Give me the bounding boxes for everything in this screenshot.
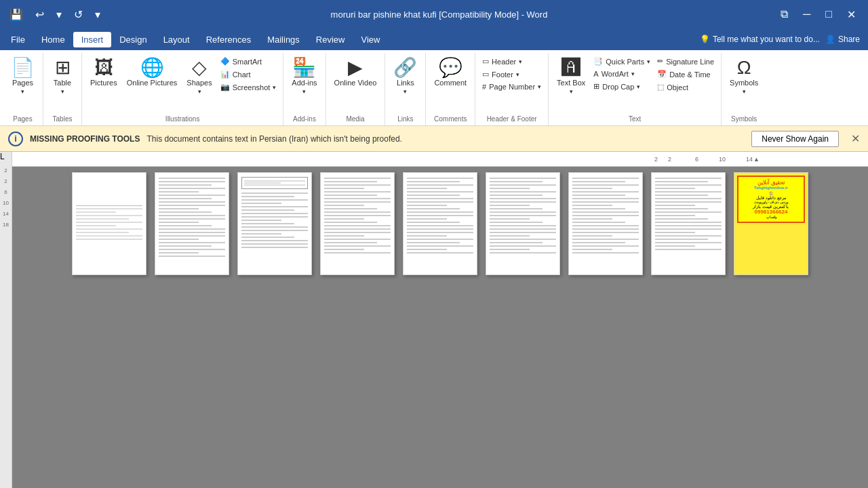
page-7[interactable]	[568, 172, 643, 275]
date-button[interactable]: 📅 Date & Time	[654, 68, 713, 80]
page-number-button[interactable]: # Page Number ▾	[479, 81, 544, 92]
wordart-label: WordArt	[601, 70, 629, 78]
smartart-icon: 🔷	[220, 57, 230, 66]
horizontal-ruler: L 2 2 6 10 14 ▲	[0, 152, 868, 167]
vertical-ruler: 2 2 6 10 14 18	[0, 167, 12, 488]
pages-row: تحقیق آنلاین Tahghighonline.ir 🏠 مرجع دا…	[58, 167, 822, 281]
links-dropdown-arrow: ▾	[403, 88, 407, 95]
text-box-button[interactable]: 🅰 Text Box ▾	[553, 56, 589, 98]
save-button[interactable]: 💾	[5, 5, 27, 24]
page-number-icon: #	[482, 83, 486, 91]
lightbulb-icon: 💡	[700, 35, 710, 44]
tell-me-text: Tell me what you want to do...	[713, 35, 820, 44]
links-button[interactable]: 🔗 Links ▾	[389, 56, 421, 98]
signature-button[interactable]: ✏ Signature Line	[654, 56, 717, 67]
menu-mailings[interactable]: Mailings	[259, 32, 308, 47]
ruler-scale: 2 2 6 10 14 ▲	[12, 152, 868, 167]
ribbon-group-pages: 📄 Pages ▾ Pages	[3, 53, 43, 125]
info-message: This document contains text in Persian (…	[146, 134, 401, 144]
page-5[interactable]	[403, 172, 477, 275]
shapes-icon: ◇	[192, 58, 207, 77]
header-button[interactable]: ▭ Header ▾	[479, 56, 525, 67]
ribbon-group-symbols: Ω Symbols ▾ Symbols	[722, 53, 766, 125]
header-footer-buttons: ▭ Header ▾ ▭ Footer ▾ # Page Number ▾	[479, 56, 544, 92]
minimize-button[interactable]: ─	[796, 5, 817, 23]
ad-whatsapp: واتساپ	[741, 215, 801, 219]
online-video-button[interactable]: ▶ Online Video	[330, 56, 381, 89]
links-icon: 🔗	[393, 58, 417, 77]
pictures-icon: 🖼	[94, 58, 113, 77]
pages-button[interactable]: 📄 Pages ▾	[7, 56, 39, 98]
chart-button[interactable]: 📊 Chart	[218, 68, 254, 80]
ribbon-group-tables: ⊞ Table ▾ Tables	[43, 53, 82, 125]
shapes-button[interactable]: ◇ Shapes ▾	[182, 56, 216, 98]
quick-parts-icon: 📑	[593, 57, 603, 66]
menu-design[interactable]: Design	[111, 32, 155, 47]
illustrations-small-buttons: 🔷 SmartArt 📊 Chart 📷 Screenshot ▾	[218, 56, 279, 93]
addins-dropdown-arrow: ▾	[302, 88, 306, 95]
footer-label: Footer	[492, 70, 513, 79]
page-6[interactable]	[486, 172, 560, 275]
smartart-button[interactable]: 🔷 SmartArt	[218, 56, 264, 67]
share-button[interactable]: 👤 Share	[820, 32, 865, 47]
object-button[interactable]: ⬚ Object	[654, 81, 691, 93]
document-area: 2 2 6 10 14 18	[0, 167, 868, 488]
dropcap-button[interactable]: ⊞ Drop Cap ▾	[591, 81, 643, 92]
pictures-button[interactable]: 🖼 Pictures	[86, 56, 121, 89]
menu-review[interactable]: Review	[308, 32, 353, 47]
maximize-button[interactable]: □	[818, 5, 839, 23]
menu-home[interactable]: Home	[33, 32, 73, 47]
ribbon-group-text: 🅰 Text Box ▾ 📑 Quick Parts ▾ A WordArt ▾…	[549, 53, 722, 125]
page-3[interactable]	[237, 172, 312, 275]
wordart-button[interactable]: A WordArt ▾	[591, 68, 637, 79]
page-number-dropdown-arrow: ▾	[538, 83, 541, 90]
menu-view[interactable]: View	[353, 32, 388, 47]
ribbon-group-comments: 💬 Comment Comments	[426, 53, 475, 125]
footer-button[interactable]: ▭ Footer ▾	[479, 68, 522, 80]
date-icon: 📅	[657, 70, 667, 79]
redo-button[interactable]: ↺	[70, 5, 87, 24]
menu-insert[interactable]: Insert	[73, 32, 112, 47]
comments-group-label: Comments	[434, 114, 467, 125]
text-box-icon: 🅰	[561, 58, 580, 77]
never-show-again-button[interactable]: Never Show Again	[751, 131, 839, 147]
close-button[interactable]: ✕	[840, 5, 863, 24]
table-label: Table	[54, 79, 71, 87]
page-4[interactable]	[320, 172, 395, 275]
shapes-label: Shapes	[186, 79, 212, 87]
title-bar: 💾 ↩ ▾ ↺ ▾ moruri bar pishine khat kufi […	[0, 0, 868, 28]
undo-dropdown[interactable]: ▾	[52, 5, 66, 24]
footer-icon: ▭	[482, 70, 489, 79]
customize-qat[interactable]: ▾	[91, 5, 104, 24]
symbols-button[interactable]: Ω Symbols ▾	[726, 56, 762, 98]
menu-file[interactable]: File	[3, 32, 33, 47]
info-close-button[interactable]: ✕	[851, 132, 860, 145]
comment-button[interactable]: 💬 Comment	[430, 56, 471, 89]
ruler-corner: L	[0, 152, 12, 167]
pages-group-label: Pages	[13, 114, 32, 125]
menu-references[interactable]: References	[198, 32, 259, 47]
object-icon: ⬚	[657, 83, 664, 92]
addins-button[interactable]: 🏪 Add-ins ▾	[288, 56, 321, 98]
header-dropdown-arrow: ▾	[519, 58, 522, 65]
online-pictures-button[interactable]: 🌐 Online Pictures	[123, 56, 182, 89]
undo-button[interactable]: ↩	[31, 5, 48, 24]
text-small-buttons: 📑 Quick Parts ▾ A WordArt ▾ ⊞ Drop Cap ▾	[591, 56, 653, 92]
page-8[interactable]	[651, 172, 726, 275]
quick-parts-button[interactable]: 📑 Quick Parts ▾	[591, 56, 653, 67]
header-label: Header	[492, 58, 516, 66]
restore-window-button[interactable]: ⧉	[774, 5, 795, 23]
tell-me-input[interactable]: 💡 Tell me what you want to do...	[700, 35, 820, 44]
text-right-buttons: ✏ Signature Line 📅 Date & Time ⬚ Object	[654, 56, 717, 93]
title-text: moruri bar pishine khat kufi [Compatibil…	[331, 9, 548, 20]
links-group-label: Links	[397, 114, 413, 125]
info-bar: i MISSING PROOFING TOOLS This document c…	[0, 126, 868, 152]
table-icon: ⊞	[55, 58, 71, 77]
table-button[interactable]: ⊞ Table ▾	[47, 56, 77, 98]
menu-layout[interactable]: Layout	[155, 32, 198, 47]
page-2[interactable]	[155, 172, 229, 275]
screenshot-button[interactable]: 📷 Screenshot ▾	[218, 81, 279, 93]
page-9-ad[interactable]: تحقیق آنلاین Tahghighonline.ir 🏠 مرجع دا…	[734, 172, 808, 275]
ribbon-group-media: ▶ Online Video Media	[326, 53, 386, 125]
page-1[interactable]	[72, 172, 146, 275]
